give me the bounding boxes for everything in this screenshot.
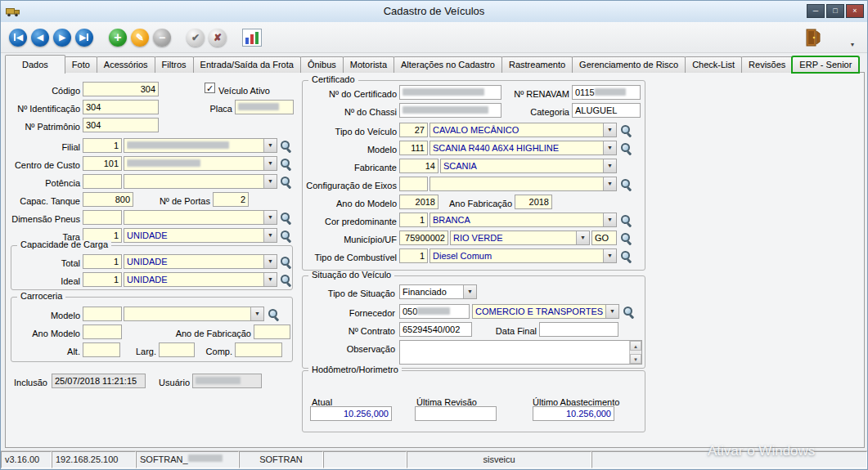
- nav-last-button[interactable]: ▶: [75, 29, 93, 47]
- combo-arrow-icon[interactable]: ▼: [463, 285, 476, 298]
- carroceria-modelo-code-field[interactable]: [83, 307, 122, 321]
- fornecedor-search-icon[interactable]: [623, 306, 635, 318]
- config-eixos-code-field[interactable]: [399, 177, 428, 191]
- municipio-search-icon[interactable]: [620, 232, 632, 244]
- tara-combo[interactable]: UNIDADE▼: [124, 228, 277, 243]
- patrimonio-field[interactable]: 304: [83, 118, 159, 132]
- combo-arrow-icon[interactable]: ▼: [250, 307, 263, 320]
- cor-combo[interactable]: BRANCA▼: [430, 213, 617, 227]
- tab-entrada-saida-frota[interactable]: Entrada/Saída da Frota: [193, 56, 301, 73]
- ultima-revisao-field[interactable]: [415, 406, 497, 421]
- veiculo-ativo-checkbox[interactable]: ✓: [205, 83, 215, 93]
- placa-field[interactable]: [235, 100, 294, 114]
- fabricante-code-field[interactable]: 14: [399, 159, 438, 173]
- combo-arrow-icon[interactable]: ▼: [263, 139, 277, 152]
- close-button[interactable]: ×: [846, 4, 864, 18]
- num-certificado-field[interactable]: [399, 85, 501, 100]
- fabricante-combo[interactable]: SCANIA▼: [440, 159, 617, 173]
- tab-rastreamento[interactable]: Rastreamento: [501, 56, 573, 73]
- dimensao-pneus-search-icon[interactable]: [280, 212, 292, 224]
- combo-arrow-icon[interactable]: ▼: [603, 123, 616, 137]
- ideal-search-icon[interactable]: [280, 274, 292, 286]
- add-button[interactable]: +: [109, 29, 127, 47]
- combo-arrow-icon[interactable]: ▼: [263, 211, 277, 224]
- centro-custo-code-field[interactable]: 101: [83, 156, 122, 171]
- carroceria-modelo-search-icon[interactable]: [268, 308, 280, 320]
- capac-tanque-field[interactable]: 800: [83, 192, 133, 207]
- combustivel-combo[interactable]: Diesel Comum▼: [430, 248, 617, 263]
- tab-gerenciamento-risco[interactable]: Gerenciamento de Risco: [572, 56, 686, 73]
- tipo-veiculo-search-icon[interactable]: [620, 124, 632, 137]
- dimensao-pneus-combo[interactable]: ▼: [124, 210, 277, 225]
- scroll-down-icon[interactable]: ▼: [630, 354, 641, 364]
- dimensao-pneus-code-field[interactable]: [83, 210, 122, 225]
- toolbar-menu-arrow[interactable]: ▼: [848, 42, 857, 47]
- modelo-code-field[interactable]: 111: [399, 141, 428, 155]
- hodometro-atual-field[interactable]: 10.256,000: [310, 406, 392, 421]
- minimize-button[interactable]: ─: [807, 4, 825, 18]
- cor-search-icon[interactable]: [620, 214, 632, 226]
- filial-code-field[interactable]: 1: [83, 138, 122, 153]
- combo-arrow-icon[interactable]: ▼: [603, 177, 616, 190]
- tipo-veiculo-combo[interactable]: CAVALO MECÂNICO▼: [430, 123, 617, 137]
- total-code-field[interactable]: 1: [83, 254, 122, 269]
- ano-fabricacao-field[interactable]: [254, 325, 290, 339]
- tipo-veiculo-code-field[interactable]: 27: [399, 123, 428, 137]
- potencia-search-icon[interactable]: [280, 176, 292, 188]
- combo-arrow-icon[interactable]: ▼: [263, 273, 277, 286]
- codigo-field[interactable]: 304: [83, 82, 159, 96]
- tab-filtros[interactable]: Filtros: [155, 56, 194, 73]
- combo-arrow-icon[interactable]: ▼: [263, 229, 277, 242]
- renavam-field[interactable]: 0115: [572, 85, 641, 100]
- combustivel-code-field[interactable]: 1: [399, 248, 428, 263]
- uf-field[interactable]: GO: [591, 231, 617, 245]
- fornecedor-combo[interactable]: COMERCIO E TRANSPORTES CO▼: [472, 304, 619, 319]
- modelo-search-icon[interactable]: [620, 142, 632, 154]
- potencia-combo[interactable]: ▼: [124, 174, 277, 189]
- municipio-code-field[interactable]: 75900002: [399, 231, 448, 245]
- config-eixos-search-icon[interactable]: [620, 178, 632, 190]
- carroceria-modelo-combo[interactable]: ▼: [124, 307, 264, 321]
- ideal-code-field[interactable]: 1: [83, 272, 122, 287]
- tab-onibus[interactable]: Ônibus: [300, 56, 344, 73]
- fornecedor-code-field[interactable]: 050: [399, 304, 470, 319]
- maximize-button[interactable]: □: [826, 4, 844, 18]
- centro-custo-search-icon[interactable]: [280, 158, 292, 170]
- delete-button[interactable]: −: [153, 29, 171, 47]
- ideal-combo[interactable]: UNIDADE▼: [124, 272, 277, 287]
- centro-custo-combo[interactable]: ▼: [124, 156, 277, 171]
- identificacao-field[interactable]: 304: [83, 100, 159, 114]
- tab-alteracoes-cadastro[interactable]: Alterações no Cadastro: [394, 56, 502, 73]
- combo-arrow-icon[interactable]: ▼: [605, 305, 618, 318]
- potencia-code-field[interactable]: [83, 174, 122, 189]
- total-combo[interactable]: UNIDADE▼: [124, 254, 277, 269]
- observacao-scrollbar[interactable]: ▲ ▼: [629, 341, 641, 364]
- ultimo-abastecimento-field[interactable]: 10.256,000: [533, 406, 614, 421]
- larg-field[interactable]: [159, 342, 195, 357]
- exit-button[interactable]: [802, 26, 825, 49]
- ano-modelo-field[interactable]: [83, 325, 122, 339]
- filial-search-icon[interactable]: [280, 140, 292, 152]
- nav-first-button[interactable]: ◀: [9, 29, 27, 47]
- cert-ano-fabricacao-field[interactable]: 2018: [515, 195, 552, 209]
- tipo-situacao-combo[interactable]: Financiado▼: [399, 284, 477, 299]
- categoria-field[interactable]: ALUGUEL: [572, 103, 641, 118]
- observacao-field[interactable]: ▲ ▼: [399, 340, 642, 365]
- total-search-icon[interactable]: [280, 256, 292, 268]
- nav-next-button[interactable]: ▶: [53, 29, 71, 47]
- combo-arrow-icon[interactable]: ▼: [603, 249, 616, 262]
- combo-arrow-icon[interactable]: ▼: [263, 255, 277, 268]
- combo-arrow-icon[interactable]: ▼: [603, 141, 616, 154]
- alt-field[interactable]: [83, 342, 120, 357]
- tab-foto[interactable]: Foto: [65, 56, 97, 73]
- ano-do-modelo-field[interactable]: 2018: [399, 195, 438, 209]
- config-eixos-combo[interactable]: ▼: [430, 177, 617, 191]
- cor-code-field[interactable]: 1: [399, 213, 428, 227]
- tara-search-icon[interactable]: [280, 230, 292, 242]
- nav-prev-button[interactable]: ◀: [31, 29, 49, 47]
- tab-dados[interactable]: Dados: [5, 55, 65, 74]
- data-final-field[interactable]: [539, 322, 618, 337]
- tab-motorista[interactable]: Motorista: [343, 56, 394, 73]
- edit-button[interactable]: ✎: [131, 29, 149, 47]
- tab-erp-senior[interactable]: ERP - Senior: [792, 56, 859, 73]
